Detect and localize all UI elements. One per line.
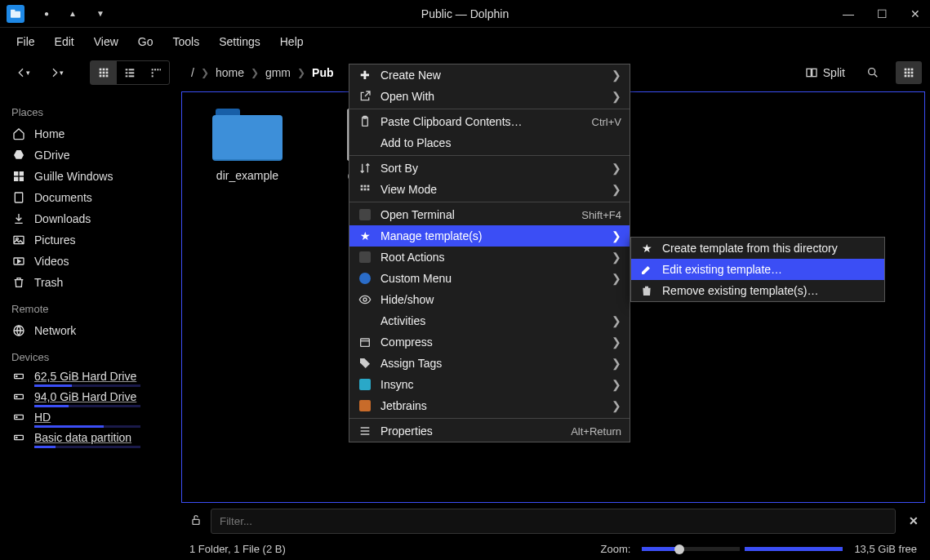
sidebar-item-windows[interactable]: Guille Windows bbox=[8, 166, 173, 187]
sidebar-item-network[interactable]: Network bbox=[8, 320, 173, 341]
drive-icon bbox=[11, 411, 26, 424]
ctx-add-places[interactable]: Add to Places bbox=[349, 132, 630, 153]
menu-help[interactable]: Help bbox=[270, 30, 314, 53]
split-label: Split bbox=[823, 66, 845, 79]
sidebar-item-home[interactable]: Home bbox=[8, 123, 173, 144]
svg-rect-55 bbox=[361, 185, 363, 188]
split-button[interactable]: Split bbox=[800, 61, 850, 84]
folder-item[interactable]: dir_example bbox=[198, 109, 296, 182]
ctx-remove-template[interactable]: Remove existing template(s)… bbox=[631, 280, 884, 301]
context-menu: ✚Create New❯ Open With❯ Paste Clipboard … bbox=[349, 64, 630, 442]
ctx-manage-templates[interactable]: ★Manage template(s)❯ bbox=[349, 225, 630, 247]
ctx-view-mode[interactable]: View Mode❯ bbox=[349, 179, 630, 200]
sidebar-item-drive-1[interactable]: 62,5 GiB Hard Drive bbox=[8, 368, 173, 389]
archive-icon bbox=[358, 336, 372, 349]
menu-view[interactable]: View bbox=[84, 30, 128, 53]
close-button[interactable]: ✕ bbox=[907, 4, 923, 24]
ctx-sort-by[interactable]: Sort By❯ bbox=[349, 158, 630, 179]
crumb-gmm[interactable]: gmm bbox=[265, 66, 291, 79]
svg-rect-12 bbox=[129, 69, 135, 70]
menu-edit[interactable]: Edit bbox=[45, 30, 84, 53]
ctx-root-actions[interactable]: Root Actions❯ bbox=[349, 247, 630, 268]
view-details-button[interactable] bbox=[143, 61, 169, 84]
ctx-open-terminal[interactable]: Open TerminalShift+F4 bbox=[349, 204, 630, 225]
svg-rect-6 bbox=[103, 72, 105, 74]
sidebar-item-trash[interactable]: Trash bbox=[8, 272, 173, 293]
menu-settings[interactable]: Settings bbox=[209, 30, 270, 53]
menu-go[interactable]: Go bbox=[128, 30, 163, 53]
minimize-button[interactable]: ― bbox=[839, 4, 857, 24]
svg-rect-62 bbox=[361, 339, 370, 346]
nav-back-button[interactable]: ▾ bbox=[8, 61, 37, 84]
svg-rect-14 bbox=[129, 72, 135, 73]
chevron-right-icon: ❯ bbox=[612, 251, 621, 264]
svg-rect-30 bbox=[908, 72, 910, 74]
list-icon bbox=[358, 424, 372, 438]
filter-input[interactable] bbox=[211, 509, 896, 534]
up-icon[interactable]: ▲ bbox=[69, 9, 77, 18]
folder-icon bbox=[212, 109, 283, 161]
svg-rect-8 bbox=[100, 75, 102, 78]
trash-icon bbox=[639, 284, 654, 297]
svg-rect-18 bbox=[152, 72, 154, 73]
maximize-button[interactable]: ☐ bbox=[874, 4, 891, 24]
separator bbox=[349, 155, 630, 156]
menu-file[interactable]: File bbox=[7, 30, 45, 53]
zoom-slider[interactable] bbox=[642, 547, 843, 551]
sidebar-item-gdrive[interactable]: GDrive bbox=[8, 144, 173, 166]
svg-rect-38 bbox=[20, 177, 24, 181]
sidebar-item-documents[interactable]: Documents bbox=[8, 187, 173, 208]
ctx-insync[interactable]: Insync❯ bbox=[349, 374, 630, 395]
tag-icon bbox=[358, 357, 372, 370]
ctx-properties[interactable]: PropertiesAlt+Return bbox=[349, 420, 630, 442]
network-icon bbox=[11, 324, 26, 337]
svg-point-51 bbox=[16, 437, 17, 438]
svg-point-45 bbox=[16, 376, 17, 376]
svg-rect-21 bbox=[157, 69, 158, 70]
crumb-home[interactable]: home bbox=[216, 66, 244, 79]
svg-point-47 bbox=[16, 396, 17, 397]
sidebar-item-downloads[interactable]: Downloads bbox=[8, 208, 173, 229]
crumb-root[interactable]: / bbox=[191, 66, 194, 79]
menu-tools[interactable]: Tools bbox=[162, 30, 209, 53]
videos-icon bbox=[11, 255, 26, 268]
chevron-right-icon: ❯ bbox=[612, 69, 621, 82]
lock-icon[interactable] bbox=[189, 513, 202, 529]
restore-icon[interactable]: ● bbox=[44, 9, 49, 18]
separator bbox=[349, 418, 630, 419]
svg-rect-36 bbox=[20, 171, 24, 176]
nav-forward-button[interactable]: ▾ bbox=[42, 61, 70, 84]
svg-rect-26 bbox=[905, 69, 907, 71]
sidebar-item-drive-2[interactable]: 94,0 GiB Hard Drive bbox=[8, 389, 173, 409]
down-icon[interactable]: ▼ bbox=[96, 9, 105, 18]
sidebar-item-pictures[interactable]: Pictures bbox=[8, 229, 173, 251]
chevron-right-icon: ❯ bbox=[201, 67, 209, 78]
ctx-activities[interactable]: Activities❯ bbox=[349, 310, 630, 331]
filter-close-button[interactable]: ✕ bbox=[904, 514, 923, 527]
ctx-assign-tags[interactable]: Assign Tags❯ bbox=[349, 353, 630, 374]
window-title: Public — Dolphin bbox=[421, 7, 509, 20]
view-icons-button[interactable] bbox=[91, 61, 117, 84]
sidebar-item-drive-3[interactable]: HD bbox=[8, 409, 173, 429]
ctx-hide-show[interactable]: Hide/show bbox=[349, 289, 630, 310]
search-button[interactable] bbox=[860, 61, 886, 84]
menu-button[interactable] bbox=[896, 61, 922, 84]
svg-rect-27 bbox=[908, 69, 910, 71]
svg-rect-35 bbox=[14, 171, 18, 176]
sidebar-item-drive-4[interactable]: Basic data partition bbox=[8, 429, 173, 450]
sidebar-item-videos[interactable]: Videos bbox=[8, 251, 173, 272]
ctx-create-template[interactable]: ★Create template from this directory bbox=[631, 238, 884, 259]
ctx-jetbrains[interactable]: Jetbrains❯ bbox=[349, 395, 630, 416]
view-compact-button[interactable] bbox=[117, 61, 143, 84]
ctx-custom-menu[interactable]: Custom Menu❯ bbox=[349, 268, 630, 289]
chevron-right-icon: ❯ bbox=[612, 183, 621, 196]
crumb-current[interactable]: Pub bbox=[312, 66, 333, 79]
ctx-edit-template[interactable]: Edit existing template… bbox=[631, 259, 884, 280]
ctx-create-new[interactable]: ✚Create New❯ bbox=[349, 64, 630, 86]
svg-rect-5 bbox=[100, 72, 102, 74]
ctx-paste[interactable]: Paste Clipboard Contents…Ctrl+V bbox=[349, 111, 630, 132]
ctx-open-with[interactable]: Open With❯ bbox=[349, 86, 630, 107]
chevron-right-icon: ❯ bbox=[612, 272, 621, 285]
svg-rect-59 bbox=[364, 189, 367, 191]
ctx-compress[interactable]: Compress❯ bbox=[349, 331, 630, 353]
